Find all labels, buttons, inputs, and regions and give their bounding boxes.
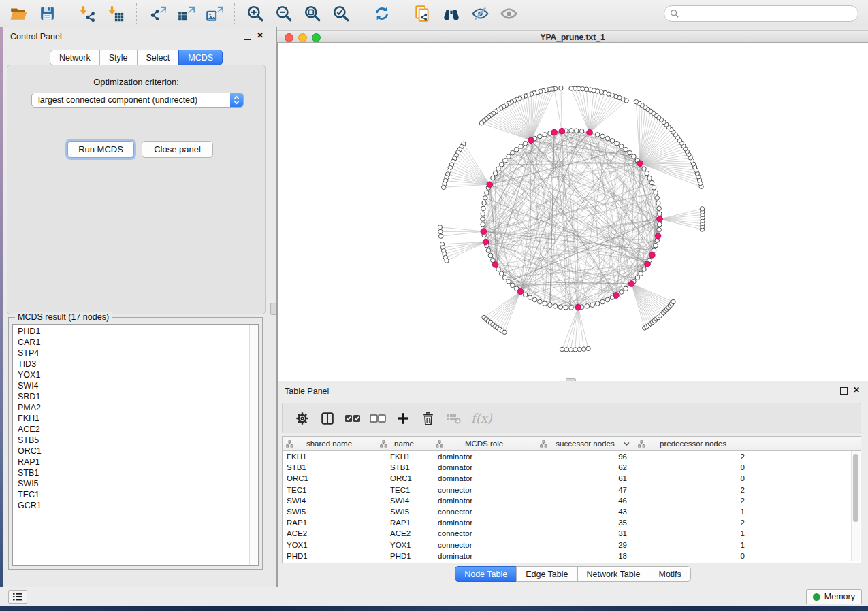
graph-node[interactable] [569,86,573,90]
graph-hub-node[interactable] [481,229,487,235]
graph-node[interactable] [523,141,528,146]
graph-node[interactable] [515,147,519,152]
table-row[interactable]: TEC1TEC1connector472 [283,484,861,495]
table-cell[interactable]: TEC1 [283,484,376,495]
save-icon[interactable] [35,3,59,24]
table-cell[interactable]: 46 [536,495,634,506]
zoom-in-icon[interactable] [244,3,267,24]
graph-node[interactable] [543,301,547,306]
table-cell[interactable]: connector [432,528,536,539]
graph-node[interactable] [482,201,487,205]
table-cell[interactable]: FKH1 [376,451,432,462]
table-cell[interactable]: 62 [536,462,634,473]
import-network-icon[interactable] [76,3,99,24]
graph-node[interactable] [496,167,501,171]
table-cell[interactable]: SWI4 [376,495,432,506]
graph-node[interactable] [610,139,615,144]
mcds-result-item[interactable]: PMA2 [13,402,250,413]
graph-hub-node[interactable] [637,161,643,167]
mcds-result-item[interactable]: RAP1 [13,457,250,467]
graph-node[interactable] [538,134,543,139]
mcds-result-item[interactable]: PHD1 [13,326,250,337]
graph-node[interactable] [658,222,662,227]
graph-node[interactable] [590,303,595,308]
graph-node[interactable] [496,267,501,272]
graph-node[interactable] [600,134,605,139]
table-row[interactable]: ORC1ORC1dominator610 [283,473,861,484]
table-cell[interactable]: 0 [634,550,752,561]
table-cell[interactable]: 31 [536,528,634,539]
table-cell[interactable]: connector [432,484,536,495]
table-cell[interactable]: dominator [432,462,536,473]
graph-node[interactable] [628,150,632,155]
table-cell[interactable]: dominator [432,495,536,506]
graph-hub-node[interactable] [613,293,620,299]
mcds-result-item[interactable]: CAR1 [13,337,250,348]
mcds-result-list[interactable]: PHD1CAR1STP4TID3YOX1SWI4SRD1PMA2FKH1ACE2… [12,324,259,566]
delete-column-trash-icon[interactable] [418,408,438,429]
graph-node[interactable] [502,159,507,163]
select-all-icon[interactable] [342,408,363,429]
hide-selected-eye-icon[interactable] [468,3,492,24]
zoom-out-icon[interactable] [272,3,295,24]
table-scrollbar[interactable] [851,451,860,561]
graph-node[interactable] [502,276,507,280]
graph-node[interactable] [671,299,675,303]
search-input[interactable] [683,8,852,19]
graph-hub-node[interactable] [628,281,634,287]
column-header-name[interactable]: name [376,437,432,450]
graph-node[interactable] [700,207,704,211]
mcds-result-item[interactable]: TID3 [13,359,250,369]
table-cell[interactable]: 35 [536,517,634,528]
graph-node[interactable] [486,248,491,253]
network-graph[interactable] [278,43,868,381]
mcds-result-item[interactable]: TEC1 [13,489,250,500]
panel-splitter[interactable] [269,27,277,587]
graph-node[interactable] [499,271,504,276]
table-cell[interactable]: STB1 [376,462,432,473]
graph-node[interactable] [481,206,486,211]
graph-hub-node[interactable] [487,182,493,188]
table-cell[interactable]: SWI5 [283,506,376,517]
table-cell[interactable]: PHD1 [283,550,376,561]
graph-node[interactable] [620,290,624,295]
table-cell[interactable]: 18 [536,550,634,561]
graph-hub-node[interactable] [645,261,651,267]
graph-node[interactable] [634,100,638,104]
graph-node[interactable] [560,347,564,351]
graph-node[interactable] [564,348,568,352]
graph-node[interactable] [523,293,528,297]
table-row[interactable]: YOX1YOX1connector291 [283,540,861,550]
table-row[interactable]: SWI4SWI4dominator462 [283,495,861,506]
table-cell[interactable]: ACE2 [376,528,432,539]
column-header-shared-name[interactable]: shared name [283,437,376,450]
graph-node[interactable] [445,259,449,263]
table-cell[interactable]: dominator [432,550,536,561]
close-panel-button[interactable]: Close panel [142,141,213,158]
graph-hub-node[interactable] [528,137,534,144]
mcds-result-item[interactable]: STB1 [13,467,250,478]
graph-node[interactable] [479,121,483,125]
graph-node[interactable] [511,283,515,288]
mcds-result-item[interactable]: STP4 [13,348,250,359]
graph-node[interactable] [656,201,661,205]
graph-node[interactable] [647,176,652,180]
graph-node[interactable] [439,234,443,238]
graph-node[interactable] [481,217,485,222]
tab-style[interactable]: Style [99,50,138,65]
table-row[interactable]: STB1STB1dominator620 [283,462,861,473]
export-table-icon[interactable] [174,3,197,24]
table-cell[interactable]: YOX1 [376,540,432,550]
table-cell[interactable]: ORC1 [376,473,432,484]
optimization-select[interactable]: largest connected component (undirected) [31,93,244,108]
table-cell[interactable]: 0 [634,473,752,484]
graph-node[interactable] [548,303,553,308]
show-columns-icon[interactable] [317,408,338,429]
graph-node[interactable] [573,348,577,352]
graph-hub-node[interactable] [657,216,663,222]
graph-node[interactable] [564,306,568,310]
graph-node[interactable] [586,346,590,350]
graph-node[interactable] [658,212,662,216]
graph-node[interactable] [615,141,620,146]
clone-network-icon[interactable] [411,3,434,24]
